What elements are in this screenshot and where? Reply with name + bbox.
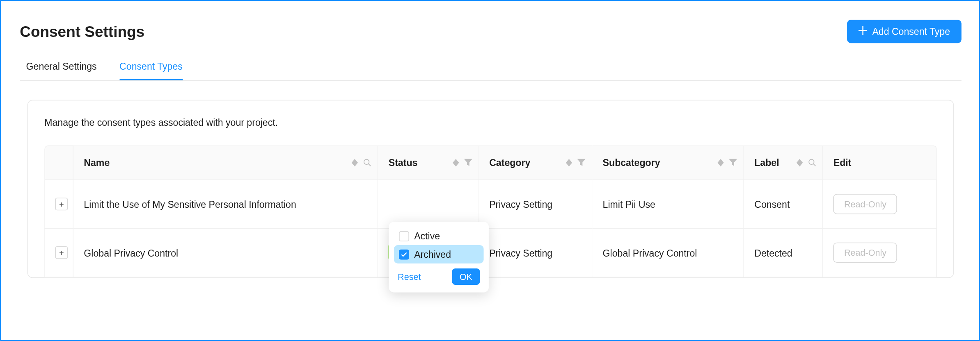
sort-icon[interactable] — [352, 159, 358, 166]
col-header-edit: Edit — [823, 145, 937, 180]
filter-option-archived-label: Archived — [414, 249, 451, 259]
sort-icon[interactable] — [797, 159, 803, 166]
col-header-name: Name — [74, 145, 378, 180]
filter-icon[interactable] — [577, 157, 586, 168]
cell-name: Global Privacy Control — [74, 229, 378, 277]
search-icon[interactable] — [808, 157, 816, 168]
col-header-category: Category — [479, 145, 593, 180]
filter-icon[interactable] — [464, 157, 472, 168]
svg-point-0 — [364, 159, 370, 164]
expand-row-button[interactable]: + — [55, 246, 68, 259]
card-description: Manage the consent types associated with… — [44, 117, 936, 127]
col-header-category-label: Category — [489, 157, 530, 168]
filter-reset-button[interactable]: Reset — [398, 272, 421, 282]
svg-point-1 — [809, 159, 815, 164]
tab-general-settings[interactable]: General Settings — [26, 61, 97, 80]
filter-option-active[interactable]: Active — [394, 227, 484, 245]
cell-subcategory: Limit Pii Use — [593, 180, 744, 229]
cell-category: Privacy Setting — [479, 229, 593, 277]
consent-types-table: Name — [44, 145, 936, 277]
col-header-edit-label: Edit — [833, 157, 852, 168]
add-button-label: Add Consent Type — [872, 26, 950, 37]
sort-icon[interactable] — [453, 159, 459, 166]
filter-option-archived[interactable]: Archived — [394, 245, 484, 264]
table-row: + Global Privacy Control Privacy Setting… — [44, 229, 936, 277]
filter-ok-button[interactable]: OK — [452, 268, 480, 285]
filter-option-active-label: Active — [414, 231, 440, 241]
cell-label: Detected — [744, 229, 824, 277]
cell-label: Consent — [744, 180, 824, 229]
cell-name: Limit the Use of My Sensitive Personal I… — [74, 180, 378, 229]
table-row: + Limit the Use of My Sensitive Personal… — [44, 180, 936, 229]
sort-icon[interactable] — [566, 159, 572, 166]
cell-edit: Read-Only — [823, 229, 937, 277]
read-only-button[interactable]: Read-Only — [833, 194, 897, 214]
tabs: General Settings Consent Types — [20, 61, 962, 81]
page-header: Consent Settings Add Consent Type — [20, 20, 962, 43]
status-filter-popover: Active Archived Reset OK — [389, 222, 489, 292]
col-header-subcategory: Subcategory — [593, 145, 744, 180]
search-icon[interactable] — [363, 157, 371, 168]
cell-category: Privacy Setting — [479, 180, 593, 229]
filter-icon[interactable] — [729, 157, 737, 168]
add-consent-type-button[interactable]: Add Consent Type — [847, 20, 962, 43]
checkbox-checked-icon — [399, 249, 409, 259]
col-header-label: Label — [744, 145, 824, 180]
cell-subcategory: Global Privacy Control — [593, 229, 744, 277]
page-title: Consent Settings — [20, 23, 144, 40]
plus-icon — [859, 26, 868, 37]
read-only-button[interactable]: Read-Only — [833, 243, 897, 263]
col-header-label-label: Label — [754, 157, 779, 168]
col-header-name-label: Name — [84, 157, 110, 168]
col-header-status-label: Status — [389, 157, 418, 168]
cell-edit: Read-Only — [823, 180, 937, 229]
sort-icon[interactable] — [718, 159, 724, 166]
col-header-expand — [44, 145, 73, 180]
checkbox-unchecked-icon — [399, 231, 409, 241]
tab-consent-types[interactable]: Consent Types — [119, 61, 183, 80]
content-card: Manage the consent types associated with… — [27, 100, 954, 278]
col-header-subcategory-label: Subcategory — [603, 157, 660, 168]
expand-row-button[interactable]: + — [55, 198, 68, 210]
col-header-status: Status — [378, 145, 479, 180]
